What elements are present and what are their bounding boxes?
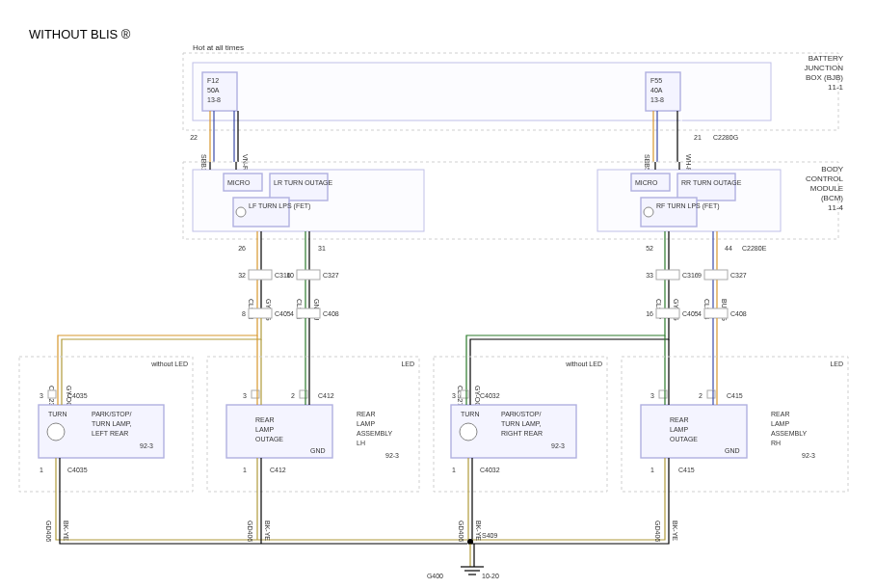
svg-text:REAR: REAR	[771, 411, 789, 417]
svg-text:1: 1	[40, 467, 43, 473]
svg-text:C405: C405	[275, 310, 291, 317]
svg-text:PARK/STOP/: PARK/STOP/	[501, 411, 541, 417]
svg-text:TURN LAMP,: TURN LAMP,	[501, 420, 542, 427]
svg-text:MODULE: MODULE	[810, 184, 843, 193]
svg-text:11-4: 11-4	[828, 203, 844, 212]
svg-point-28	[236, 207, 246, 217]
svg-text:CONTROL: CONTROL	[806, 174, 844, 183]
svg-text:21: 21	[694, 134, 702, 141]
svg-text:GD406: GD406	[45, 521, 52, 542]
svg-point-129	[460, 423, 477, 441]
svg-rect-109	[300, 390, 307, 398]
svg-text:3: 3	[40, 392, 43, 399]
svg-text:TURN LAMP,: TURN LAMP,	[92, 420, 132, 427]
svg-text:1: 1	[452, 467, 456, 473]
svg-rect-125	[461, 390, 468, 398]
svg-text:22: 22	[190, 134, 198, 141]
svg-text:MICRO: MICRO	[227, 179, 251, 186]
svg-text:26: 26	[238, 245, 246, 252]
svg-text:8: 8	[242, 310, 246, 317]
svg-text:REAR: REAR	[357, 411, 375, 417]
svg-text:GD406: GD406	[458, 521, 464, 542]
svg-text:10: 10	[286, 272, 294, 279]
svg-text:RIGHT REAR: RIGHT REAR	[501, 430, 543, 437]
svg-text:C4035: C4035	[67, 467, 88, 473]
svg-text:GND: GND	[310, 447, 326, 454]
svg-text:without LED: without LED	[565, 361, 602, 367]
hot-note: Hot at all times	[193, 43, 244, 52]
bjb-label-3: BOX (BJB)	[806, 73, 843, 82]
svg-text:2: 2	[291, 392, 295, 399]
svg-text:(BCM): (BCM)	[821, 194, 843, 202]
svg-text:44: 44	[725, 245, 732, 252]
svg-text:C4032: C4032	[480, 392, 500, 399]
svg-rect-140	[707, 390, 715, 398]
svg-rect-75	[656, 308, 679, 318]
svg-rect-63	[656, 270, 679, 280]
svg-text:40A: 40A	[650, 87, 663, 94]
svg-text:without LED: without LED	[150, 361, 188, 367]
svg-text:C327: C327	[323, 272, 339, 279]
svg-text:GD406: GD406	[654, 521, 661, 542]
svg-text:4: 4	[290, 310, 294, 317]
svg-text:92-3: 92-3	[385, 452, 399, 459]
svg-text:C4032: C4032	[480, 467, 500, 473]
svg-text:16: 16	[646, 310, 653, 317]
svg-text:ASSEMBLY: ASSEMBLY	[771, 430, 808, 437]
svg-text:LF TURN LPS (FET): LF TURN LPS (FET)	[249, 202, 310, 210]
svg-text:31: 31	[318, 245, 326, 252]
svg-text:LED: LED	[401, 361, 414, 367]
svg-text:C408: C408	[323, 310, 339, 317]
svg-text:LAMP: LAMP	[771, 420, 789, 427]
svg-text:LR TURN OUTAGE: LR TURN OUTAGE	[274, 179, 333, 186]
svg-point-35	[644, 207, 653, 217]
svg-text:3: 3	[243, 392, 247, 399]
svg-text:GND: GND	[725, 447, 740, 454]
svg-text:LEFT REAR: LEFT REAR	[92, 430, 128, 437]
svg-text:13-8: 13-8	[650, 96, 664, 103]
svg-rect-66	[704, 270, 728, 280]
svg-text:OUTAGE: OUTAGE	[255, 436, 283, 442]
svg-text:C327: C327	[730, 272, 747, 279]
svg-text:REAR: REAR	[255, 416, 274, 423]
svg-text:MICRO: MICRO	[635, 179, 658, 186]
svg-text:LED: LED	[830, 361, 843, 367]
svg-text:LH: LH	[357, 440, 365, 446]
svg-text:9: 9	[698, 272, 702, 279]
svg-rect-57	[249, 270, 272, 280]
svg-text:1: 1	[243, 467, 247, 473]
svg-rect-78	[704, 308, 728, 318]
svg-text:BK-YE: BK-YE	[475, 521, 482, 541]
svg-text:52: 52	[646, 245, 653, 252]
svg-text:32: 32	[238, 272, 246, 279]
svg-point-98	[47, 423, 65, 441]
svg-text:REAR: REAR	[670, 416, 688, 423]
svg-text:F12: F12	[207, 77, 219, 84]
svg-text:C415: C415	[678, 467, 695, 473]
svg-rect-24	[270, 174, 328, 200]
svg-text:C408: C408	[730, 310, 747, 317]
svg-rect-107	[252, 390, 259, 398]
svg-rect-138	[659, 390, 667, 398]
svg-text:3: 3	[650, 392, 654, 399]
svg-text:GD406: GD406	[247, 521, 253, 542]
svg-text:ASSEMBLY: ASSEMBLY	[357, 430, 393, 437]
svg-text:LAMP: LAMP	[255, 426, 274, 433]
svg-text:TURN: TURN	[461, 411, 479, 417]
svg-rect-69	[249, 308, 272, 318]
svg-text:BK-YE: BK-YE	[672, 521, 678, 541]
svg-rect-72	[297, 308, 320, 318]
svg-text:RF TURN LPS (FET): RF TURN LPS (FET)	[656, 202, 720, 210]
svg-text:BODY: BODY	[821, 165, 843, 174]
svg-text:C2280E: C2280E	[742, 245, 767, 252]
svg-text:RR TURN OUTAGE: RR TURN OUTAGE	[681, 179, 742, 186]
svg-text:4: 4	[698, 310, 702, 317]
svg-text:BK-YE: BK-YE	[63, 521, 69, 541]
bjb-label-1: BATTERY	[809, 54, 844, 63]
svg-text:C4035: C4035	[67, 392, 88, 399]
svg-text:F55: F55	[650, 77, 662, 84]
bjb-label-2: JUNCTION	[805, 64, 844, 72]
svg-text:50A: 50A	[207, 87, 220, 94]
svg-text:92-3: 92-3	[551, 442, 565, 449]
svg-text:3: 3	[452, 392, 456, 399]
